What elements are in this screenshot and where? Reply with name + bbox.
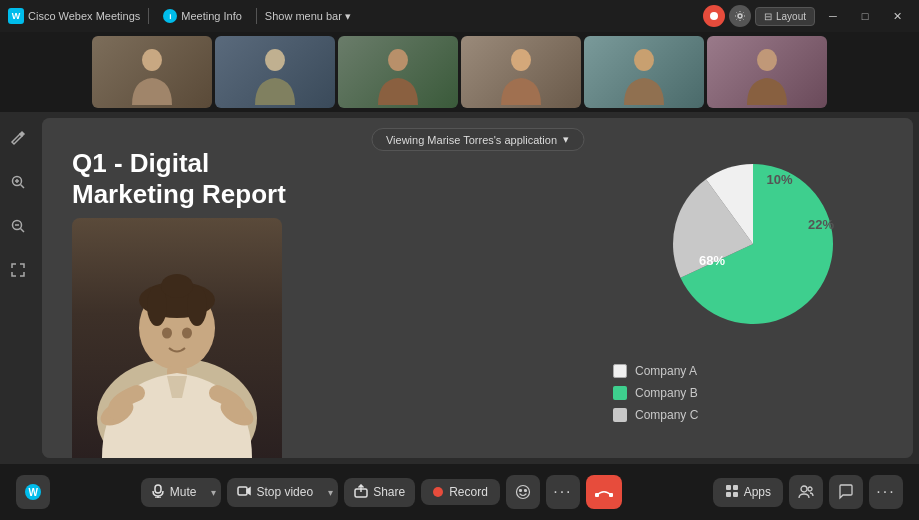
svg-point-24 bbox=[162, 328, 172, 339]
mute-label: Mute bbox=[170, 485, 197, 499]
chevron-down-icon: ▾ bbox=[345, 10, 351, 23]
legend-item-company-c: Company C bbox=[613, 408, 698, 422]
thumbnail-3[interactable] bbox=[338, 36, 458, 108]
layout-icon: ⊟ bbox=[764, 11, 772, 22]
record-label: Record bbox=[449, 485, 488, 499]
thumbnail-4[interactable] bbox=[461, 36, 581, 108]
meeting-info-icon: i bbox=[163, 9, 177, 23]
layout-label: Layout bbox=[776, 11, 806, 22]
svg-rect-41 bbox=[733, 492, 738, 497]
svg-point-42 bbox=[801, 486, 807, 492]
chart-legend: Company A Company B Company C bbox=[613, 364, 698, 422]
reactions-button[interactable] bbox=[506, 475, 540, 509]
thumbnail-2[interactable] bbox=[215, 36, 335, 108]
svg-rect-28 bbox=[155, 485, 161, 493]
main-area: Viewing Marise Torres's application ▾ Q1… bbox=[0, 112, 919, 464]
fit-page-tool[interactable] bbox=[4, 256, 32, 284]
svg-rect-40 bbox=[726, 492, 731, 497]
svg-point-25 bbox=[182, 328, 192, 339]
video-icon bbox=[237, 484, 251, 501]
svg-point-4 bbox=[388, 49, 408, 71]
thumbnail-5[interactable] bbox=[584, 36, 704, 108]
svg-point-7 bbox=[757, 49, 777, 71]
show-menu-label: Show menu bar bbox=[265, 10, 342, 22]
legend-label-b: Company B bbox=[635, 386, 698, 400]
mute-button-group: Mute ▾ bbox=[141, 478, 222, 507]
participants-button[interactable] bbox=[789, 475, 823, 509]
maximize-button[interactable]: □ bbox=[851, 5, 879, 27]
toolbar-left-controls: Mute ▾ Stop video ▾ bbox=[141, 475, 622, 509]
svg-line-13 bbox=[21, 229, 25, 233]
svg-point-33 bbox=[516, 486, 529, 499]
bottom-toolbar: W Mute ▾ bbox=[0, 464, 919, 520]
settings-icon[interactable] bbox=[729, 5, 751, 27]
pie-chart: 10% 22% 68% bbox=[663, 154, 843, 334]
mute-dropdown-arrow[interactable]: ▾ bbox=[206, 481, 221, 504]
chat-button[interactable] bbox=[829, 475, 863, 509]
stop-video-dropdown-arrow[interactable]: ▾ bbox=[323, 481, 338, 504]
mute-button[interactable]: Mute bbox=[141, 478, 207, 507]
pie-label-22: 22% bbox=[808, 217, 834, 232]
share-button[interactable]: Share bbox=[344, 478, 415, 507]
webex-home-button[interactable]: W bbox=[16, 475, 50, 509]
layout-button[interactable]: ⊟ Layout bbox=[755, 7, 815, 26]
title-divider-2 bbox=[256, 8, 257, 24]
svg-point-20 bbox=[161, 274, 193, 298]
meeting-info-button[interactable]: i Meeting Info bbox=[157, 7, 248, 25]
thumbnail-6[interactable] bbox=[707, 36, 827, 108]
mic-icon bbox=[151, 484, 165, 501]
svg-rect-31 bbox=[238, 487, 247, 495]
webex-logo: W Cisco Webex Meetings bbox=[8, 8, 140, 24]
viewing-banner[interactable]: Viewing Marise Torres's application ▾ bbox=[371, 128, 584, 151]
legend-dot-b bbox=[613, 386, 627, 400]
show-menu-button[interactable]: Show menu bar ▾ bbox=[265, 10, 351, 23]
share-label: Share bbox=[373, 485, 405, 499]
svg-line-9 bbox=[21, 185, 25, 189]
viewing-banner-text: Viewing Marise Torres's application bbox=[386, 134, 557, 146]
left-sidebar bbox=[0, 112, 36, 464]
close-button[interactable]: ✕ bbox=[883, 5, 911, 27]
title-bar-left: W Cisco Webex Meetings i Meeting Info Sh… bbox=[8, 7, 695, 25]
svg-rect-37 bbox=[609, 493, 613, 497]
pie-label-10: 10% bbox=[767, 172, 793, 187]
thumbnails-bar bbox=[0, 32, 919, 112]
viewing-banner-chevron: ▾ bbox=[563, 133, 569, 146]
meeting-info-label: Meeting Info bbox=[181, 10, 242, 22]
share-icon bbox=[354, 484, 368, 501]
svg-text:W: W bbox=[29, 487, 39, 498]
slide-left: Q1 - Digital Marketing Report bbox=[42, 118, 593, 458]
speaker-figure bbox=[72, 218, 282, 458]
more-options-button[interactable]: ··· bbox=[546, 475, 580, 509]
slide-right: 10% 22% 68% Company A bbox=[593, 118, 913, 458]
svg-point-2 bbox=[142, 49, 162, 71]
legend-item-company-b: Company B bbox=[613, 386, 698, 400]
apps-button[interactable]: Apps bbox=[713, 478, 783, 507]
title-divider-1 bbox=[148, 8, 149, 24]
svg-point-1 bbox=[738, 14, 742, 18]
record-dot-icon bbox=[433, 487, 443, 497]
svg-point-5 bbox=[511, 49, 531, 71]
zoom-in-tool[interactable] bbox=[4, 168, 32, 196]
slide-title: Q1 - Digital Marketing Report bbox=[72, 148, 573, 210]
webex-logo-icon: W bbox=[8, 8, 24, 24]
svg-point-34 bbox=[519, 490, 521, 492]
legend-dot-c bbox=[613, 408, 627, 422]
more-button[interactable]: ··· bbox=[869, 475, 903, 509]
pie-label-68: 68% bbox=[699, 253, 725, 268]
record-button[interactable]: Record bbox=[421, 479, 500, 505]
svg-point-3 bbox=[265, 49, 285, 71]
minimize-button[interactable]: ─ bbox=[819, 5, 847, 27]
annotation-tool[interactable] bbox=[4, 124, 32, 152]
legend-label-a: Company A bbox=[635, 364, 697, 378]
zoom-out-tool[interactable] bbox=[4, 212, 32, 240]
apps-label: Apps bbox=[744, 485, 771, 499]
stop-video-button[interactable]: Stop video bbox=[227, 478, 323, 507]
stop-video-label: Stop video bbox=[256, 485, 313, 499]
end-call-button[interactable] bbox=[586, 475, 622, 509]
legend-label-c: Company C bbox=[635, 408, 698, 422]
title-bar-right: ⊟ Layout ─ □ ✕ bbox=[703, 5, 911, 27]
svg-rect-38 bbox=[726, 485, 731, 490]
toolbar-left: W bbox=[16, 475, 50, 509]
thumbnail-1[interactable] bbox=[92, 36, 212, 108]
presentation-area: Viewing Marise Torres's application ▾ Q1… bbox=[42, 118, 913, 458]
